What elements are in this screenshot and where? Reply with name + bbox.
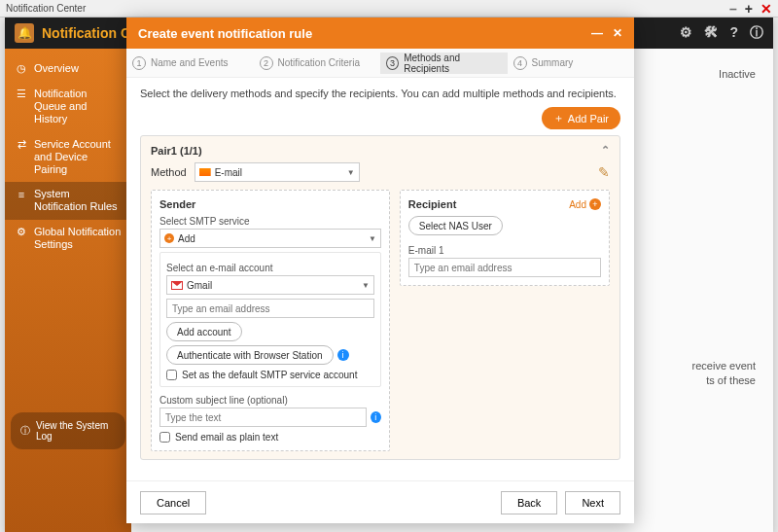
method-value: E-mail [215,167,242,178]
step-name-events[interactable]: 1Name and Events [126,56,254,70]
next-button[interactable]: Next [565,491,620,514]
sidebar: ◷ Overview ☰ Notification Queue and Hist… [5,49,131,532]
recipient-panel: Recipient Add + Select NAS User E-mail 1 [400,190,610,286]
plain-text-checkbox[interactable] [159,432,170,443]
sidebar-item-label: Overview [34,62,79,75]
plus-dot-icon: + [589,198,601,210]
default-smtp-checkbox[interactable] [166,370,177,380]
sender-email-input[interactable] [166,299,374,318]
sidebar-item-label: Global Notification Settings [34,226,122,251]
pair-title: Pair1 (1/1) [151,145,202,157]
os-window-controls: – + ✕ [729,1,772,17]
sidebar-item-queue[interactable]: ☰ Notification Queue and History [5,82,131,132]
minimize-icon[interactable]: – [729,1,737,17]
create-rule-modal: Create event notification rule — ✕ 1Name… [126,18,634,523]
bg-text-line2: ts of these [706,374,756,386]
pair-panel: Pair1 (1/1) ⌃ Method E-mail ▼ ✎ Sender S… [140,135,620,460]
app-logo-icon: 🔔 [15,23,34,43]
step-label: Notification Criteria [278,57,360,68]
recipient-title: Recipient [408,198,457,210]
add-pair-label: Add Pair [568,113,609,124]
step-methods[interactable]: 3Methods and Recipients [380,53,508,74]
gmail-icon [171,281,183,290]
sidebar-item-rules[interactable]: ≡ System Notification Rules [5,182,131,219]
sidebar-item-label: System Notification Rules [34,188,122,213]
cancel-button[interactable]: Cancel [140,491,206,514]
plain-text-checkbox-row[interactable]: Send email as plain text [159,432,381,443]
method-label: Method [151,166,187,178]
email-account-group: Select an e-mail account Gmail ▼ Add acc… [159,252,381,387]
info-icon[interactable]: i [371,411,381,423]
header-actions: ⚙ 🛠 ? ⓘ [680,24,763,42]
back-button[interactable]: Back [501,491,557,514]
log-icon: ⓘ [20,424,30,438]
email-account-select[interactable]: Gmail ▼ [166,275,374,295]
caret-down-icon: ▼ [347,168,355,177]
plus-icon: ＋ [553,111,564,125]
step-label: Name and Events [151,57,229,68]
info-icon[interactable]: ⓘ [750,24,763,42]
sidebar-item-label: Service Account and Device Pairing [34,138,122,177]
default-smtp-checkbox-row[interactable]: Set as the default SMTP service account [166,370,374,380]
pair-icon: ⇄ [15,138,28,152]
step-criteria[interactable]: 2Notification Criteria [254,56,381,70]
modal-title: Create event notification rule [138,26,312,41]
authenticate-button[interactable]: Authenticate with Browser Station [166,345,334,365]
caret-down-icon: ▼ [369,234,376,243]
recipient-email1-input[interactable] [408,258,601,277]
close-icon[interactable]: ✕ [760,1,772,17]
os-title: Notification Center [6,3,86,14]
caret-down-icon: ▼ [362,281,370,290]
sidebar-item-global[interactable]: ⚙ Global Notification Settings [5,220,131,257]
select-nas-user-button[interactable]: Select NAS User [408,216,503,235]
app-title: Notification C [42,25,130,41]
subject-input[interactable] [159,408,367,427]
pair-header[interactable]: Pair1 (1/1) ⌃ [151,144,610,157]
rules-icon: ≡ [15,188,28,201]
step-summary[interactable]: 4Summary [508,56,635,70]
gear-icon[interactable]: ⚙ [680,24,692,42]
modal-footer: Cancel Back Next [126,480,634,523]
tools-icon[interactable]: 🛠 [704,24,718,42]
bg-text-line1: receive event [692,360,756,372]
select-account-label: Select an e-mail account [166,263,374,273]
syslog-label: View the System Log [36,420,116,442]
add-account-button[interactable]: Add account [166,322,242,341]
status-inactive: Inactive [719,68,756,80]
os-titlebar: Notification Center – + ✕ [0,0,778,18]
add-link-label: Add [569,199,586,210]
sender-title: Sender [159,198,381,210]
sidebar-item-label: Notification Queue and History [34,88,122,126]
modal-minimize-icon[interactable]: — [591,26,603,40]
settings-icon: ⚙ [15,226,28,239]
help-icon[interactable]: ? [729,24,738,42]
sender-panel: Sender Select SMTP service + Add ▼ Selec… [151,190,390,451]
modal-body: Select the delivery methods and specify … [126,78,634,480]
view-syslog-button[interactable]: ⓘ View the System Log [11,412,125,449]
chevron-up-icon[interactable]: ⌃ [601,144,610,157]
modal-header: Create event notification rule — ✕ [126,18,634,49]
envelope-icon [199,168,211,176]
maximize-icon[interactable]: + [745,1,753,17]
smtp-label: Select SMTP service [159,216,381,227]
smtp-value: Add [178,233,195,244]
plus-dot-icon: + [164,233,174,243]
recipient-add-link[interactable]: Add + [569,198,601,210]
modal-close-icon[interactable]: ✕ [613,26,622,40]
account-value: Gmail [187,280,212,291]
smtp-select[interactable]: + Add ▼ [159,229,381,248]
email1-label: E-mail 1 [408,245,601,256]
gauge-icon: ◷ [15,62,28,76]
method-row: Method E-mail ▼ ✎ [151,162,610,182]
edit-icon[interactable]: ✎ [598,164,610,180]
info-icon[interactable]: i [337,349,349,361]
step-label: Summary [532,57,574,68]
subject-label: Custom subject line (optional) [159,395,381,406]
method-select[interactable]: E-mail ▼ [194,162,360,182]
queue-icon: ☰ [15,88,28,101]
sidebar-item-overview[interactable]: ◷ Overview [5,56,131,82]
help-text: Select the delivery methods and specify … [140,88,620,99]
add-pair-button[interactable]: ＋Add Pair [542,107,620,129]
wizard-steps: 1Name and Events 2Notification Criteria … [126,49,634,78]
sidebar-item-pairing[interactable]: ⇄ Service Account and Device Pairing [5,132,131,183]
